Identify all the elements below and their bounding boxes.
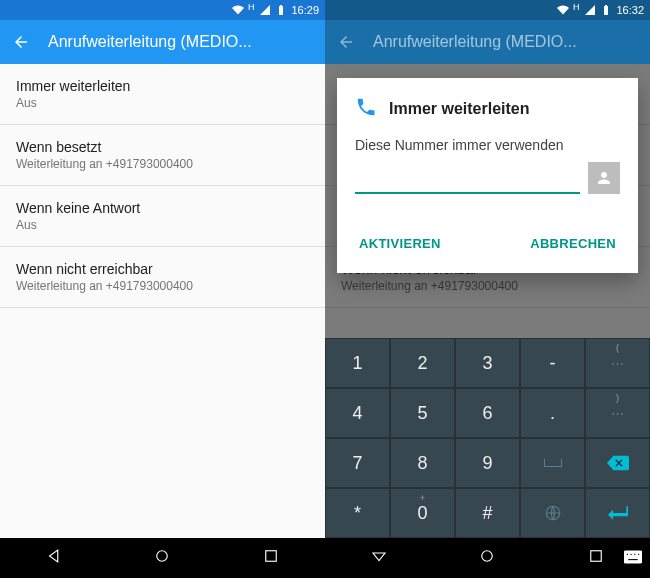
key-6[interactable]: 6	[455, 388, 520, 438]
numeric-keypad: 1 2 3 - (⋯ 4 5 6 . )⋯ 7 8 9 * +0 #	[325, 338, 650, 538]
key-dash[interactable]: -	[520, 338, 585, 388]
wifi-icon	[557, 4, 569, 16]
phone-number-input[interactable]	[355, 166, 580, 194]
key-paren-open[interactable]: (⋯	[585, 338, 650, 388]
status-bar: H 16:32	[325, 0, 650, 20]
svg-rect-9	[638, 553, 640, 555]
battery-icon	[600, 4, 612, 16]
settings-list: Immer weiterleiten Aus Wenn besetzt Weit…	[0, 64, 325, 538]
nav-recent-icon[interactable]	[587, 547, 605, 569]
dialog-actions: AKTIVIEREN ABBRECHEN	[355, 224, 620, 263]
key-1[interactable]: 1	[325, 338, 390, 388]
dialog-title: Immer weiterleiten	[389, 100, 530, 118]
item-sub: Aus	[16, 96, 309, 110]
list-item[interactable]: Wenn besetzt Weiterleitung an +491793000…	[0, 125, 325, 186]
cancel-button[interactable]: ABBRECHEN	[526, 228, 620, 259]
item-title: Wenn nicht erreichbar	[16, 261, 309, 277]
activate-button[interactable]: AKTIVIEREN	[355, 228, 445, 259]
key-4[interactable]: 4	[325, 388, 390, 438]
pick-contact-button[interactable]	[588, 162, 620, 194]
battery-icon	[275, 4, 287, 16]
app-bar: Anrufweiterleitung (MEDIO...	[325, 20, 650, 64]
back-button[interactable]	[12, 33, 30, 51]
app-bar: Anrufweiterleitung (MEDIO...	[0, 20, 325, 64]
key-0[interactable]: +0	[390, 488, 455, 538]
svg-rect-4	[591, 551, 602, 562]
forward-dialog: Immer weiterleiten Diese Nummer immer ve…	[337, 78, 638, 273]
item-sub: Weiterleitung an +491793000400	[16, 157, 309, 171]
list-item[interactable]: Wenn nicht erreichbar Weiterleitung an +…	[0, 247, 325, 308]
key-paren-close[interactable]: )⋯	[585, 388, 650, 438]
svg-point-3	[482, 551, 493, 562]
signal-icon	[584, 4, 596, 16]
network-type: H	[248, 2, 255, 12]
keyboard-toggle-icon[interactable]	[624, 550, 642, 568]
key-3[interactable]: 3	[455, 338, 520, 388]
status-bar: H 16:29	[0, 0, 325, 20]
key-enter[interactable]	[585, 488, 650, 538]
nav-bar	[325, 538, 650, 578]
nav-back-icon[interactable]	[45, 547, 63, 569]
screen-settings-list: H 16:29 Anrufweiterleitung (MEDIO... Imm…	[0, 0, 325, 578]
key-7[interactable]: 7	[325, 438, 390, 488]
nav-home-icon[interactable]	[478, 547, 496, 569]
key-language[interactable]	[520, 488, 585, 538]
nav-home-icon[interactable]	[153, 547, 171, 569]
back-button[interactable]	[337, 33, 355, 51]
svg-rect-7	[630, 553, 632, 555]
page-title: Anrufweiterleitung (MEDIO...	[373, 33, 638, 51]
signal-icon	[259, 4, 271, 16]
nav-back-icon[interactable]	[370, 547, 388, 569]
nav-recent-icon[interactable]	[262, 547, 280, 569]
key-8[interactable]: 8	[390, 438, 455, 488]
item-title: Wenn keine Antwort	[16, 200, 309, 216]
item-title: Immer weiterleiten	[16, 78, 309, 94]
phone-icon	[355, 96, 377, 122]
key-2[interactable]: 2	[390, 338, 455, 388]
svg-point-0	[157, 551, 168, 562]
nav-bar	[0, 538, 325, 578]
svg-rect-10	[628, 559, 639, 561]
key-9[interactable]: 9	[455, 438, 520, 488]
network-type: H	[573, 2, 580, 12]
list-item[interactable]: Wenn keine Antwort Aus	[0, 186, 325, 247]
screen-dialog-keypad: H 16:32 Anrufweiterleitung (MEDIO... Imm…	[325, 0, 650, 578]
wifi-icon	[232, 4, 244, 16]
item-sub: Aus	[16, 218, 309, 232]
svg-rect-1	[266, 551, 277, 562]
svg-rect-8	[634, 553, 636, 555]
dialog-header: Immer weiterleiten	[355, 96, 620, 122]
key-space[interactable]	[520, 438, 585, 488]
list-item[interactable]: Immer weiterleiten Aus	[0, 64, 325, 125]
dialog-subtitle: Diese Nummer immer verwenden	[355, 136, 620, 154]
clock: 16:32	[616, 4, 644, 16]
key-star[interactable]: *	[325, 488, 390, 538]
key-5[interactable]: 5	[390, 388, 455, 438]
key-hash[interactable]: #	[455, 488, 520, 538]
item-title: Wenn besetzt	[16, 139, 309, 155]
clock: 16:29	[291, 4, 319, 16]
key-dot[interactable]: .	[520, 388, 585, 438]
svg-rect-6	[626, 553, 628, 555]
key-backspace[interactable]	[585, 438, 650, 488]
item-sub: Weiterleitung an +491793000400	[16, 279, 309, 293]
page-title: Anrufweiterleitung (MEDIO...	[48, 33, 313, 51]
